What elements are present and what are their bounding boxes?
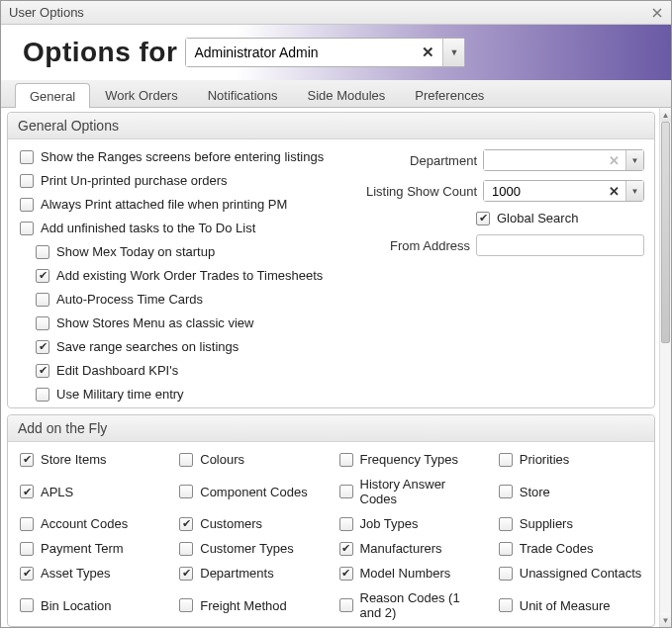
clear-icon[interactable]: ✕ (414, 44, 442, 61)
user-options-window: User Options Options for ✕ ▼ GeneralWork… (0, 0, 672, 628)
addfly-check-17[interactable]: Departments (179, 566, 325, 581)
chevron-down-icon[interactable]: ▼ (625, 181, 643, 201)
scroll-up-icon[interactable]: ▲ (660, 108, 671, 122)
addfly-check-13[interactable]: Customer Types (179, 541, 325, 556)
checkbox-icon (179, 542, 193, 556)
addfly-check-2[interactable]: Frequency Types (339, 452, 485, 467)
general-check-8[interactable]: Save range searches on listings (36, 339, 357, 354)
addfly-check-4[interactable]: APLS (20, 477, 165, 506)
checkbox-icon (499, 542, 513, 556)
tab-preferences[interactable]: Preferences (400, 82, 499, 107)
listing-count-selector[interactable]: ✕ ▼ (483, 180, 644, 202)
addfly-check-21[interactable]: Freight Method (179, 590, 325, 620)
check-label: Store Items (41, 452, 106, 467)
addfly-check-1[interactable]: Colours (179, 452, 325, 467)
scroll-thumb[interactable] (661, 122, 670, 343)
department-selector[interactable]: ✕ ▼ (483, 149, 644, 171)
general-check-2[interactable]: Always Print attached file when printing… (20, 197, 357, 212)
addfly-check-3[interactable]: Priorities (499, 452, 644, 467)
general-check-9[interactable]: Edit Dashboard KPI's (36, 363, 357, 378)
general-check-4[interactable]: Show Mex Today on startup (36, 244, 357, 259)
addfly-check-0[interactable]: Store Items (20, 452, 165, 467)
addfly-check-15[interactable]: Trade Codes (499, 541, 644, 556)
general-options-group: General Options Show the Ranges screens … (7, 112, 655, 408)
general-check-0[interactable]: Show the Ranges screens before entering … (20, 149, 357, 164)
general-check-1[interactable]: Print Un-printed purchase orders (20, 173, 357, 188)
addfly-check-20[interactable]: Bin Location (20, 590, 165, 620)
checkbox-icon (20, 222, 34, 235)
general-check-6[interactable]: Auto-Process Time Cards (36, 292, 357, 307)
addfly-check-9[interactable]: Customers (179, 516, 325, 531)
addfly-check-16[interactable]: Asset Types (20, 566, 165, 581)
checkbox-icon (36, 316, 49, 330)
check-label: Manufacturers (360, 541, 442, 556)
checkbox-icon (339, 542, 353, 556)
addfly-check-10[interactable]: Job Types (339, 516, 485, 531)
addfly-check-11[interactable]: Suppliers (499, 516, 644, 531)
checkbox-icon (339, 485, 353, 498)
general-check-7[interactable]: Show Stores Menu as classic view (36, 315, 357, 330)
checkbox-icon (179, 453, 193, 467)
check-label: Print Un-printed purchase orders (41, 173, 228, 188)
check-label: Model Numbers (360, 566, 451, 581)
user-input[interactable] (186, 39, 414, 66)
chevron-down-icon[interactable]: ▼ (442, 39, 464, 66)
scroll-track[interactable] (660, 122, 671, 613)
check-label: Unit of Measure (520, 598, 611, 613)
check-label: Bin Location (41, 598, 112, 613)
general-check-10[interactable]: Use Military time entry (36, 387, 357, 402)
checkbox-icon (179, 567, 193, 581)
listing-count-input[interactable] (484, 181, 603, 201)
check-label: Store (520, 485, 550, 499)
vertical-scrollbar[interactable]: ▲ ▼ (659, 108, 671, 627)
addfly-check-7[interactable]: Store (499, 477, 644, 506)
tab-notifications[interactable]: Notifications (193, 82, 293, 107)
checkbox-icon (36, 388, 49, 402)
scroll-down-icon[interactable]: ▼ (660, 613, 671, 627)
check-label: Suppliers (520, 516, 573, 531)
general-check-3[interactable]: Add unfinished tasks to the To Do List (20, 221, 357, 235)
window-title: User Options (9, 5, 84, 20)
addfly-check-14[interactable]: Manufacturers (339, 541, 485, 556)
addfly-check-5[interactable]: Component Codes (179, 477, 325, 506)
checkbox-icon (499, 517, 513, 531)
checkbox-icon (476, 212, 490, 225)
addfly-check-12[interactable]: Payment Term (20, 541, 165, 556)
check-label: Edit Dashboard KPI's (56, 363, 178, 378)
addfly-check-22[interactable]: Reason Codes (1 and 2) (339, 590, 485, 620)
check-label: Customers (200, 516, 262, 531)
general-check-5[interactable]: Add existing Work Order Trades to Timesh… (36, 268, 357, 283)
checkbox-icon (20, 150, 34, 164)
checkbox-icon (179, 485, 193, 498)
check-label: Priorities (520, 452, 570, 467)
checkbox-icon (36, 340, 49, 354)
user-selector[interactable]: ✕ ▼ (185, 38, 465, 67)
tab-general[interactable]: General (15, 83, 90, 108)
check-label: APLS (41, 485, 73, 499)
checkbox-icon (499, 567, 513, 581)
checkbox-icon (179, 517, 193, 531)
check-label: Customer Types (200, 541, 293, 556)
chevron-down-icon[interactable]: ▼ (625, 150, 643, 170)
department-label: Department (357, 153, 477, 168)
checkbox-icon (20, 174, 34, 188)
from-address-input[interactable] (476, 234, 644, 256)
addfly-check-23[interactable]: Unit of Measure (499, 590, 644, 620)
checkbox-icon (499, 485, 513, 498)
clear-icon[interactable]: ✕ (603, 184, 625, 199)
clear-icon[interactable]: ✕ (603, 153, 625, 168)
check-label: Show Mex Today on startup (56, 244, 215, 259)
addfly-check-6[interactable]: History Answer Codes (339, 477, 485, 506)
addfly-check-18[interactable]: Model Numbers (339, 566, 485, 581)
global-search-check[interactable]: Global Search (476, 211, 644, 225)
check-label: Reason Codes (1 and 2) (360, 590, 485, 620)
tab-bar: GeneralWork OrdersNotificationsSide Modu… (1, 80, 671, 108)
tab-side-modules[interactable]: Side Modules (293, 82, 401, 107)
checkbox-icon (36, 269, 49, 283)
close-icon[interactable] (649, 5, 665, 21)
department-input[interactable] (484, 150, 603, 170)
tab-work-orders[interactable]: Work Orders (90, 82, 192, 107)
checkbox-icon (20, 453, 34, 467)
addfly-check-8[interactable]: Account Codes (20, 516, 165, 531)
addfly-check-19[interactable]: Unassigned Contacts (499, 566, 644, 581)
